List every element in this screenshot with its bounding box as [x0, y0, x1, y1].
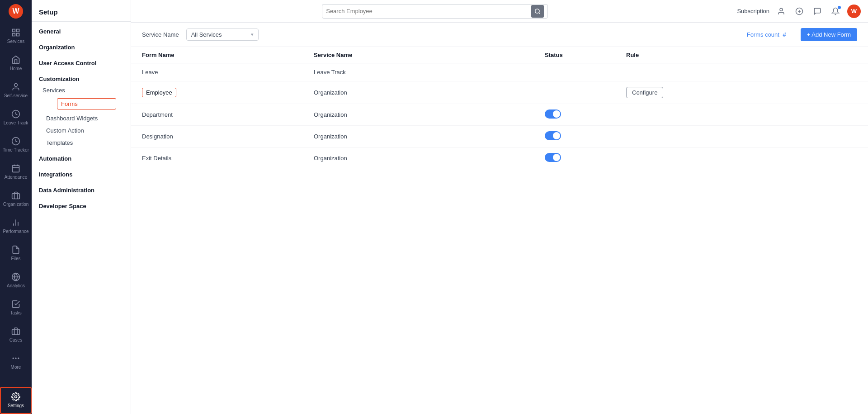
- sidebar-label-home: Home: [10, 66, 22, 71]
- sidebar-item-leavetrack[interactable]: Leave Track: [0, 104, 32, 131]
- sidebar-label-attendance: Attendance: [5, 175, 28, 180]
- sidebar-item-services[interactable]: Services: [0, 23, 32, 50]
- sidebar-item-timetracker[interactable]: Time Tracker: [0, 131, 32, 158]
- second-sidebar-dataadmin[interactable]: Data Administration: [32, 181, 131, 196]
- user-icon[interactable]: [775, 5, 788, 18]
- sidebar-label-services: Services: [7, 39, 24, 44]
- service-name-value: All Services: [191, 31, 222, 38]
- svg-rect-2: [13, 33, 15, 36]
- table-row: Employee Organization Configure: [131, 81, 868, 104]
- chat-icon[interactable]: [811, 5, 824, 18]
- second-sidebar-general[interactable]: General: [32, 22, 131, 38]
- row-status: [545, 131, 626, 142]
- col-form-name: Form Name: [142, 52, 314, 58]
- sidebar-label-cases: Cases: [9, 338, 22, 343]
- search-button[interactable]: [531, 5, 544, 18]
- svg-rect-11: [12, 194, 20, 199]
- svg-point-18: [13, 358, 14, 359]
- sidebar-item-settings[interactable]: Settings: [0, 387, 32, 414]
- topbar-right: Subscription W: [737, 5, 861, 18]
- topbar: Subscription W: [131, 0, 868, 23]
- row-form-name: Designation: [142, 133, 314, 140]
- col-service-name: Service Name: [314, 52, 545, 58]
- forms-count: Forms count #: [745, 31, 786, 38]
- employee-highlighted-cell[interactable]: Employee: [142, 88, 176, 97]
- sidebar-item-performance[interactable]: Performance: [0, 213, 32, 240]
- sidebar-item-analytics[interactable]: Analytics: [0, 267, 32, 294]
- row-status: [545, 153, 626, 163]
- svg-point-24: [780, 8, 783, 11]
- sidebar-item-cases[interactable]: Cases: [0, 321, 32, 348]
- notification-icon[interactable]: [829, 5, 842, 18]
- main-area: Subscription W Service Name All Services: [131, 0, 868, 414]
- col-status: Status: [545, 52, 626, 58]
- table-row: Department Organization: [131, 104, 868, 126]
- search-input[interactable]: [326, 8, 531, 14]
- sidebar-label-timetracker: Time Tracker: [3, 148, 29, 153]
- row-service-name: Organization: [314, 155, 545, 162]
- row-status: [545, 109, 626, 120]
- sidebar-item-files[interactable]: Files: [0, 240, 32, 267]
- sidebar-label-settings: Settings: [8, 403, 24, 409]
- svg-point-4: [14, 84, 18, 87]
- svg-point-22: [535, 9, 539, 13]
- sidebar-item-organization[interactable]: Organization: [0, 186, 32, 213]
- sidebar-label-analytics: Analytics: [7, 283, 25, 289]
- toggle-designation[interactable]: [545, 131, 561, 140]
- second-sidebar-organization[interactable]: Organization: [32, 38, 131, 53]
- table-row: Designation Organization: [131, 126, 868, 148]
- sidebar-label-more: More: [11, 365, 21, 370]
- sidebar-item-tasks[interactable]: Tasks: [0, 294, 32, 321]
- row-service-name: Leave Track: [314, 69, 545, 76]
- sidebar-label-selfservice: Self-service: [4, 93, 28, 99]
- row-form-name: Exit Details: [142, 155, 314, 162]
- second-sidebar-custom-action[interactable]: Custom Action: [32, 124, 131, 137]
- add-icon[interactable]: [793, 5, 806, 18]
- sidebar-label-performance: Performance: [3, 229, 28, 234]
- row-rule: Configure: [626, 87, 857, 98]
- row-service-name: Organization: [314, 89, 545, 96]
- svg-point-19: [15, 358, 16, 359]
- second-sidebar-customization[interactable]: Customization: [32, 69, 131, 85]
- second-sidebar-templates[interactable]: Templates: [32, 137, 131, 149]
- row-form-name: Department: [142, 111, 314, 118]
- main-sidebar: W Services Home Self-service Leave Track…: [0, 0, 32, 414]
- subscription-link[interactable]: Subscription: [737, 8, 769, 14]
- app-logo[interactable]: W: [0, 0, 32, 23]
- sidebar-bottom: Settings: [0, 387, 32, 414]
- svg-rect-17: [12, 329, 20, 335]
- search-box[interactable]: [322, 4, 548, 19]
- row-service-name: Organization: [314, 133, 545, 140]
- second-sidebar-services[interactable]: Services: [32, 85, 131, 95]
- second-sidebar-integrations[interactable]: Integrations: [32, 165, 131, 181]
- second-sidebar-dashboard-widgets[interactable]: Dashboard Widgets: [32, 112, 131, 124]
- row-service-name: Organization: [314, 111, 545, 118]
- sidebar-label-leavetrack: Leave Track: [4, 120, 28, 126]
- toggle-exitdetails[interactable]: [545, 153, 561, 162]
- configure-button[interactable]: Configure: [626, 87, 663, 98]
- second-sidebar-useraccess[interactable]: User Access Control: [32, 53, 131, 69]
- svg-rect-1: [17, 29, 19, 32]
- forms-count-label: Forms count: [747, 31, 779, 38]
- add-new-form-button[interactable]: + Add New Form: [801, 28, 857, 41]
- user-avatar[interactable]: W: [847, 5, 861, 18]
- second-sidebar-automation[interactable]: Automation: [32, 149, 131, 165]
- service-name-select[interactable]: All Services ▾: [186, 29, 259, 41]
- logo-icon: W: [9, 4, 23, 19]
- toggle-department[interactable]: [545, 109, 561, 119]
- row-form-name: Employee: [142, 88, 314, 97]
- filter-bar: Service Name All Services ▾ Forms count …: [131, 23, 868, 47]
- sidebar-item-attendance[interactable]: Attendance: [0, 158, 32, 186]
- col-rule: Rule: [626, 52, 857, 58]
- sidebar-item-home[interactable]: Home: [0, 50, 32, 77]
- sidebar-item-more[interactable]: More: [0, 348, 32, 376]
- setup-heading: Setup: [32, 0, 131, 22]
- service-name-label: Service Name: [142, 31, 179, 38]
- second-sidebar: Setup General Organization User Access C…: [32, 0, 131, 414]
- svg-point-21: [15, 396, 17, 398]
- sidebar-item-selfservice[interactable]: Self-service: [0, 77, 32, 104]
- notification-dot: [838, 6, 841, 9]
- second-sidebar-developerspace[interactable]: Developer Space: [32, 196, 131, 212]
- second-sidebar-forms[interactable]: Forms: [57, 98, 116, 109]
- forms-count-hash[interactable]: #: [783, 31, 786, 38]
